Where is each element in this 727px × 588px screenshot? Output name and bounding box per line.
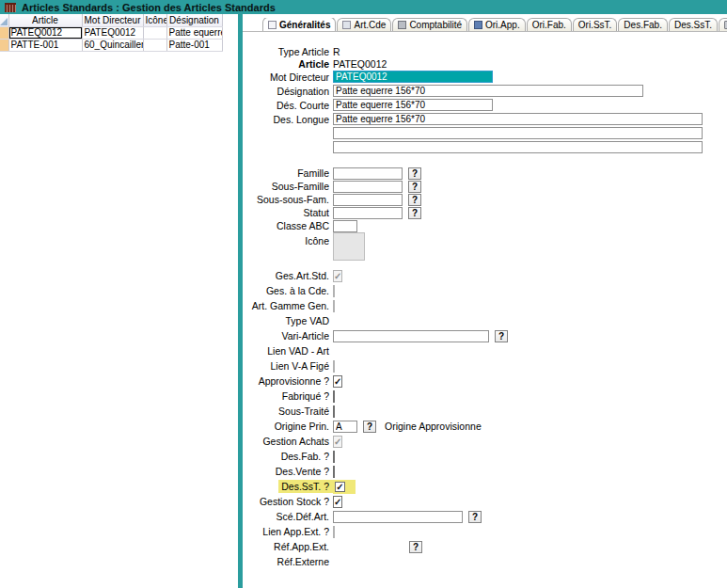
des-longue-input[interactable] (333, 113, 703, 125)
des-courte-input[interactable] (333, 99, 493, 111)
form-row-type-vad: Type VAD (243, 313, 727, 328)
classe-abc-input[interactable] (333, 220, 357, 232)
field-control-des-longue-2 (333, 127, 727, 139)
famille-input[interactable] (333, 167, 403, 180)
designation-input[interactable] (333, 85, 643, 97)
field-control-des-vente (333, 466, 727, 477)
application-window: Articles Standards : Gestion des Article… (0, 0, 727, 588)
tab-generalites[interactable]: Généralités (262, 18, 336, 31)
field-control-statut: ? (333, 207, 727, 219)
tab-comptabilite[interactable]: Comptabilité (392, 18, 467, 31)
field-label-text: Lien V-A Figé (271, 360, 329, 372)
sce-def-art-help-button[interactable]: ? (468, 511, 482, 523)
form-row-mot-directeur: Mot Directeur (243, 70, 727, 84)
tab-ori-fab[interactable]: Ori.Fab. (527, 18, 572, 31)
form-row-des-longue: Des. Longue (243, 112, 727, 126)
tab-des-vte[interactable]: Des.Vte. (719, 18, 727, 31)
field-label-ref-externe: Réf.Externe (243, 556, 333, 567)
fabrique-checkbox[interactable] (333, 390, 335, 403)
cabinet-icon (398, 21, 406, 29)
des-fab-checkbox[interactable] (333, 451, 335, 463)
form-row-des-courte: Dés. Courte (243, 98, 727, 112)
field-control-ges-art-std: ✓ (333, 270, 727, 281)
field-label-article: Article (243, 58, 333, 70)
sous-sous-fam-input[interactable] (333, 194, 403, 206)
article-list-panel: ArticleMot DirecteurIcôneDésignation PAT… (0, 14, 238, 588)
sous-traite-checkbox[interactable] (333, 405, 335, 418)
cell-mot-directeur[interactable]: PATEQ0012 (82, 26, 143, 39)
tab-ori-app[interactable]: Ori.App. (468, 18, 526, 31)
ref-app-ext-help-button[interactable]: ? (409, 541, 422, 553)
cell-designation[interactable]: Patte equerre 156*70 (166, 26, 222, 39)
table-row[interactable]: PATTE-00160_QuincailleriePatte-001 (0, 39, 222, 51)
select-all-corner[interactable] (0, 14, 8, 26)
sce-def-art-input[interactable] (333, 511, 463, 523)
field-label-text: Des.SsT. ? (278, 480, 333, 493)
origine-prin-input[interactable] (333, 421, 357, 433)
tab-ori-sst[interactable]: Ori.SsT. (573, 18, 618, 31)
sous-famille-help-button[interactable]: ? (408, 181, 421, 193)
tab-label: Des.SsT. (674, 20, 712, 30)
column-header-designation[interactable]: Désignation (166, 14, 222, 26)
vari-article-input[interactable] (333, 330, 489, 342)
field-label-text: Origine Prin. (275, 421, 329, 432)
statut-help-button[interactable]: ? (408, 207, 421, 219)
detail-panel: GénéralitésArt.CdeComptabilitéOri.App.Or… (243, 14, 727, 588)
field-label-ref-app-ext: Réf.App.Ext. (243, 541, 333, 552)
sous-sous-fam-help-button[interactable]: ? (408, 194, 421, 206)
tab-art-cde[interactable]: Art.Cde (337, 18, 391, 31)
article-value: PATEQ0012 (333, 58, 387, 70)
des-longue-3-input[interactable] (333, 141, 703, 153)
field-label-approvisionne: Approvisionne ? (243, 375, 333, 387)
field-control-des-longue (333, 113, 727, 125)
table-row[interactable]: PATEQ0012PATEQ0012Patte equerre 156*70 (0, 26, 222, 39)
cell-icone[interactable] (143, 39, 166, 51)
field-label-text: Mot Directeur (270, 72, 329, 83)
statut-input[interactable] (333, 207, 403, 219)
field-label-text: Vari-Article (281, 330, 329, 342)
cell-designation[interactable]: Patte-001 (166, 39, 222, 51)
row-gutter[interactable] (0, 26, 8, 39)
column-header-article[interactable]: Article (8, 14, 82, 26)
cell-article[interactable]: PATTE-001 (8, 39, 82, 51)
approvisionne-checkbox[interactable]: ✓ (333, 375, 342, 388)
tab-label: Comptabilité (409, 20, 462, 30)
cell-icone[interactable] (143, 26, 166, 39)
column-header-icone[interactable]: Icône (143, 14, 166, 26)
field-control-origine-prin: ?Origine Approvisionne (333, 421, 727, 433)
field-label-lien-va-fige: Lien V-A Figé (243, 360, 333, 372)
origine-prin-help-button[interactable]: ? (363, 421, 376, 433)
field-label-text: Lien VAD - Art (267, 345, 329, 357)
field-label-text: Gestion Stock ? (260, 496, 329, 507)
cell-article[interactable]: PATEQ0012 (8, 26, 82, 39)
cell-mot-directeur[interactable]: 60_Quincaillerie (82, 39, 143, 51)
des-vente-checkbox[interactable] (333, 466, 335, 478)
column-header-mot-directeur[interactable]: Mot Directeur (82, 14, 143, 26)
gestion-stock-checkbox[interactable]: ✓ (333, 496, 342, 508)
field-label-text: Art. Gamme Gen. (252, 300, 329, 311)
field-control-fabrique (333, 390, 727, 402)
des-sst-checkbox[interactable]: ✓ (335, 482, 345, 492)
icone-image-box[interactable] (333, 232, 365, 261)
origine-prin-note: Origine Approvisionne (385, 421, 482, 432)
app-icon (474, 21, 482, 29)
famille-help-button[interactable]: ? (408, 167, 421, 180)
field-label-text: Classe ABC (277, 220, 329, 231)
field-label-text: Réf.Externe (277, 556, 329, 567)
field-control-gestion-stock: ✓ (333, 496, 727, 507)
field-label-ges-art-std: Ges.Art.Std. (243, 270, 333, 281)
des-longue-2-input[interactable] (333, 127, 703, 139)
tab-des-sst[interactable]: Des.SsT. (669, 18, 718, 31)
row-gutter[interactable] (0, 39, 8, 51)
des-vente-checkbox-wrap (333, 466, 335, 477)
sous-famille-input[interactable] (333, 181, 403, 193)
tab-des-fab[interactable]: Des.Fab. (618, 18, 668, 31)
field-control-classe-abc (333, 220, 727, 232)
field-label-art-gamme-gen: Art. Gamme Gen. (243, 300, 333, 311)
tab-label: Ori.Fab. (532, 20, 566, 30)
vari-article-help-button[interactable]: ? (495, 330, 508, 342)
mot-directeur-input[interactable] (333, 71, 493, 83)
field-control-sous-famille: ? (333, 181, 727, 193)
form-row-gestion-achats: Gestion Achats✓ (243, 434, 727, 449)
field-control-des-courte (333, 99, 727, 111)
